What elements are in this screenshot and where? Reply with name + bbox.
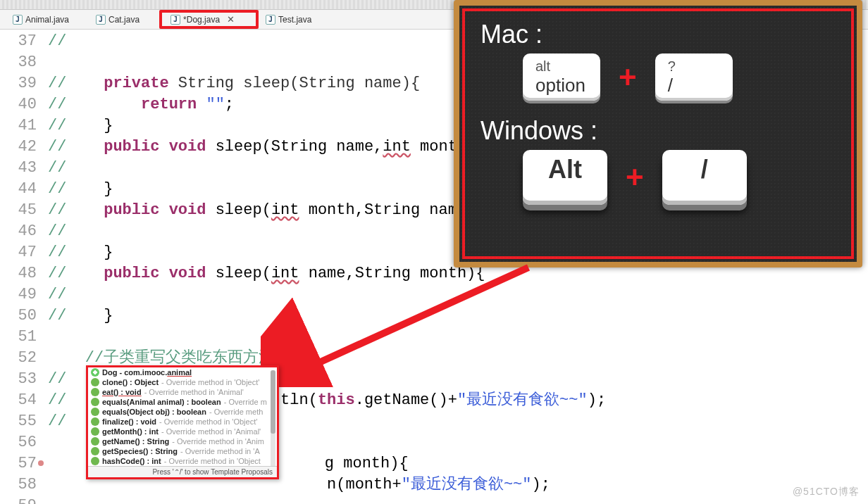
method-icon: [91, 408, 99, 416]
class-icon: [91, 368, 99, 377]
method-icon: [91, 437, 99, 446]
tab-label: Cat.java: [108, 15, 140, 25]
completion-item[interactable]: hashCode() : int - Override method in 'O…: [88, 456, 277, 466]
key-alt: Alt: [523, 150, 607, 205]
method-icon: [91, 417, 99, 426]
tab-cat[interactable]: J Cat.java: [89, 13, 147, 26]
tab-test[interactable]: J Test.java: [259, 13, 318, 26]
java-file-icon: J: [266, 15, 275, 25]
completion-item[interactable]: clone() : Object - Override method in 'O…: [88, 377, 277, 387]
java-file-icon: J: [96, 15, 106, 25]
mac-label: Mac :: [480, 20, 836, 49]
windows-label: Windows :: [480, 116, 836, 146]
key-question-slash: ? /: [655, 53, 733, 101]
completion-item[interactable]: getMonth() : int - Override method in 'A…: [88, 427, 277, 436]
completion-item[interactable]: finalize() : void - Override method in '…: [88, 417, 277, 427]
tab-dog[interactable]: J *Dog.java ✕: [163, 13, 242, 26]
completion-item[interactable]: equals(Object obj) : boolean - Override …: [88, 407, 277, 417]
scrollbar-thumb[interactable]: [271, 370, 275, 434]
close-icon[interactable]: ✕: [227, 14, 235, 25]
line-number-gutter: 3738394041424344454647484950515253545556…: [0, 30, 42, 494]
tab-label: Test.java: [278, 15, 311, 25]
key-top-label: alt: [535, 58, 550, 75]
tab-animal[interactable]: J Animal.java: [6, 13, 76, 26]
code-completion-popup[interactable]: Dog - com.imooc.animalclone() : Object -…: [86, 365, 279, 479]
method-icon: [91, 388, 99, 396]
tab-label: Animal.java: [25, 15, 69, 25]
key-bottom-label: option: [535, 75, 585, 96]
plus-icon: +: [626, 160, 644, 195]
watermark: @51CTO博客: [793, 486, 860, 498]
popup-footer: Press '⌃/' to show Template Proposals: [88, 466, 277, 477]
method-icon: [91, 457, 99, 465]
method-icon: [91, 447, 99, 455]
completion-item[interactable]: getSpecies() : String - Override method …: [88, 446, 277, 456]
key-top-label: ?: [668, 58, 676, 75]
method-icon: [91, 398, 99, 406]
method-icon: [91, 378, 99, 386]
java-file-icon: J: [13, 15, 23, 25]
active-tab-highlight: J *Dog.java ✕: [159, 10, 259, 29]
key-alt-option: alt option: [523, 53, 600, 101]
key-slash: /: [662, 150, 747, 205]
tab-label: *Dog.java: [183, 15, 220, 25]
shortcut-overlay: Mac : alt option + ? / Windows : Alt + /: [454, 0, 862, 267]
completion-item[interactable]: eat() : void - Override method in 'Anima…: [88, 387, 277, 397]
method-icon: [91, 427, 99, 436]
plus-icon: +: [619, 60, 637, 95]
java-file-icon: J: [170, 15, 180, 25]
completion-item[interactable]: Dog - com.imooc.animal: [88, 367, 277, 377]
completion-item[interactable]: getName() : String - Override method in …: [88, 436, 277, 446]
completion-item[interactable]: equals(Animal animal) : boolean - Overri…: [88, 397, 277, 407]
key-bottom-label: /: [668, 75, 673, 96]
